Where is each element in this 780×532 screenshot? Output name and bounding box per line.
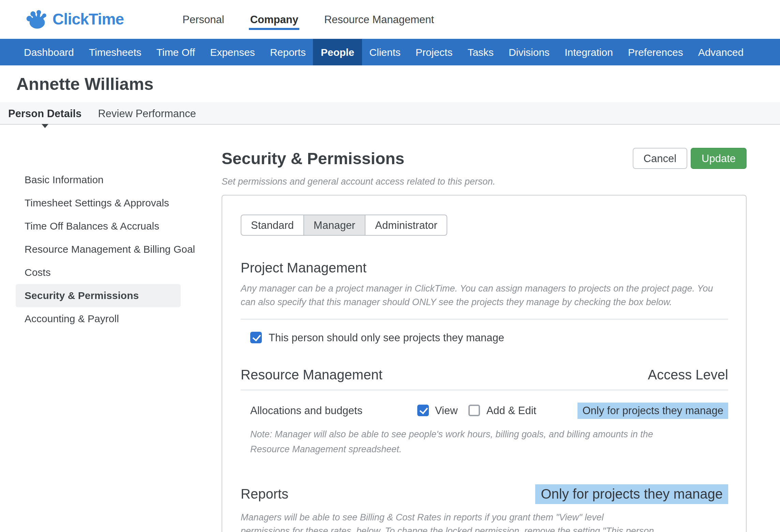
tab-bar: Person Details Review Performance — [0, 102, 780, 125]
role-tab-manager[interactable]: Manager — [304, 215, 365, 236]
sidebar-item-accounting-payroll[interactable]: Accounting & Payroll — [16, 307, 181, 330]
sidebar-item-timesheet-settings[interactable]: Timesheet Settings & Approvals — [16, 191, 181, 215]
view-permission: View — [417, 404, 458, 417]
main-panel: Security & Permissions Cancel Update Set… — [222, 148, 747, 532]
clicktime-logo[interactable]: ClickTime — [25, 9, 124, 30]
resource-management-header: Resource Management Access Level — [241, 367, 728, 382]
clicktime-splat-icon — [25, 9, 48, 30]
settings-sidebar: Basic Information Timesheet Settings & A… — [16, 148, 181, 330]
allocations-budgets-label: Allocations and budgets — [250, 404, 417, 417]
tab-review-performance[interactable]: Review Performance — [90, 102, 204, 124]
update-button[interactable]: Update — [691, 148, 747, 169]
action-buttons: Cancel Update — [633, 148, 747, 169]
sidebar-item-basic-information[interactable]: Basic Information — [16, 168, 181, 191]
sidebar-item-costs[interactable]: Costs — [16, 261, 181, 284]
sidebar-item-time-off-balances[interactable]: Time Off Balances & Accruals — [16, 215, 181, 238]
nav-item-expenses[interactable]: Expenses — [202, 39, 262, 65]
section-subtitle: Set permissions and general account acce… — [222, 176, 747, 187]
nav-item-advanced[interactable]: Advanced — [691, 39, 751, 65]
cancel-button[interactable]: Cancel — [633, 148, 688, 169]
sidebar-item-security-permissions[interactable]: Security & Permissions — [16, 284, 181, 307]
nav-item-timesheets[interactable]: Timesheets — [81, 39, 149, 65]
tab-person-details[interactable]: Person Details — [0, 102, 90, 124]
section-title: Security & Permissions — [222, 149, 404, 168]
top-header: ClickTime Personal Company Resource Mana… — [0, 0, 780, 39]
resource-management-heading: Resource Management — [241, 367, 382, 382]
add-edit-permission: Add & Edit — [469, 404, 537, 417]
nav-item-divisions[interactable]: Divisions — [501, 39, 557, 65]
reports-heading: Reports — [241, 486, 288, 502]
divider — [241, 318, 728, 319]
permissions-panel: Standard Manager Administrator Project M… — [222, 195, 747, 532]
reports-section: Reports Only for projects they manage Ma… — [241, 484, 728, 532]
resource-management-section: Resource Management Access Level Allocat… — [241, 367, 728, 457]
project-management-description: Any manager can be a project manager in … — [241, 282, 728, 310]
clicktime-logo-text: ClickTime — [52, 10, 124, 29]
sidebar-item-resource-management[interactable]: Resource Management & Billing Goal — [16, 238, 181, 261]
nav-item-preferences[interactable]: Preferences — [620, 39, 691, 65]
workspace-nav: Personal Company Resource Management — [181, 9, 435, 30]
nav-item-people[interactable]: People — [313, 39, 362, 65]
access-level-heading: Access Level — [648, 367, 728, 382]
allocations-budgets-row: Allocations and budgets View Add & Edit … — [241, 402, 728, 419]
add-edit-checkbox[interactable] — [469, 405, 480, 416]
top-nav-resource-management[interactable]: Resource Management — [323, 9, 435, 30]
role-tab-administrator[interactable]: Administrator — [365, 215, 448, 236]
nav-item-time-off[interactable]: Time Off — [149, 39, 202, 65]
nav-item-reports[interactable]: Reports — [262, 39, 313, 65]
top-nav-company[interactable]: Company — [249, 9, 300, 30]
page-title: Annette Williams — [16, 74, 780, 94]
project-management-heading: Project Management — [241, 260, 728, 276]
clicktime-app: ClickTime Personal Company Resource Mana… — [0, 0, 780, 532]
only-managed-projects-checkbox[interactable] — [250, 332, 262, 343]
main-header: Security & Permissions Cancel Update — [222, 148, 747, 169]
nav-item-clients[interactable]: Clients — [362, 39, 408, 65]
nav-item-projects[interactable]: Projects — [408, 39, 460, 65]
reports-header: Reports Only for projects they manage — [241, 484, 728, 504]
top-nav-personal[interactable]: Personal — [181, 9, 225, 30]
access-level-badge: Only for projects they manage — [578, 402, 728, 419]
nav-item-dashboard[interactable]: Dashboard — [16, 39, 81, 65]
only-managed-projects-row: This person should only see projects the… — [241, 331, 728, 344]
content-area: Basic Information Timesheet Settings & A… — [0, 125, 780, 532]
view-checkbox[interactable] — [417, 405, 429, 416]
divider — [241, 389, 728, 390]
nav-item-integration[interactable]: Integration — [557, 39, 620, 65]
add-edit-label: Add & Edit — [486, 404, 537, 417]
only-managed-projects-label: This person should only see projects the… — [269, 331, 504, 344]
project-management-section: Project Management Any manager can be a … — [241, 260, 728, 344]
main-nav: Dashboard Timesheets Time Off Expenses R… — [0, 39, 780, 65]
resource-management-note: Note: Manager will also be able to see p… — [241, 427, 691, 457]
role-segmented-control: Standard Manager Administrator — [241, 215, 448, 236]
reports-access-level-badge: Only for projects they manage — [535, 484, 728, 504]
view-label: View — [435, 404, 458, 417]
nav-item-tasks[interactable]: Tasks — [460, 39, 501, 65]
role-tab-standard[interactable]: Standard — [241, 215, 304, 236]
reports-description: Managers will be able to see Billing & C… — [241, 511, 655, 532]
